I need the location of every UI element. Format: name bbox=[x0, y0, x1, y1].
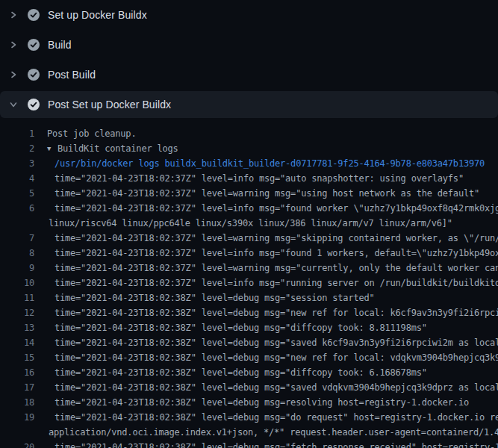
log-text: time="2021-04-23T18:02:37Z" level=info m… bbox=[47, 246, 498, 261]
log-row: 9time="2021-04-23T18:02:37Z" level=warni… bbox=[0, 261, 498, 276]
log-text: Post job cleanup. bbox=[47, 126, 136, 141]
log-text: time="2021-04-23T18:02:37Z" level=info m… bbox=[47, 171, 464, 186]
log-row: 6time="2021-04-23T18:02:37Z" level=info … bbox=[0, 201, 498, 216]
log-command-text: /usr/bin/docker logs buildx_buildkit_bui… bbox=[47, 156, 485, 171]
log-row: 11time="2021-04-23T18:02:38Z" level=debu… bbox=[0, 290, 498, 305]
log-row: application/vnd.oci.image.index.v1+json,… bbox=[0, 425, 498, 440]
log-row: 1Post job cleanup. bbox=[0, 126, 498, 141]
chevron-right-icon bbox=[9, 70, 18, 79]
log-row: 3/usr/bin/docker logs buildx_buildkit_bu… bbox=[0, 156, 498, 171]
log-text: time="2021-04-23T18:02:37Z" level=warnin… bbox=[47, 186, 479, 201]
line-number[interactable]: 7 bbox=[0, 231, 47, 246]
log-row: 5time="2021-04-23T18:02:37Z" level=warni… bbox=[0, 186, 498, 201]
step-label: Build bbox=[48, 39, 72, 51]
line-number[interactable]: 9 bbox=[0, 261, 47, 276]
chevron-right-icon bbox=[9, 40, 18, 49]
line-number[interactable]: 17 bbox=[0, 380, 47, 395]
log-row: 16time="2021-04-23T18:02:38Z" level=debu… bbox=[0, 365, 498, 380]
log-text: time="2021-04-23T18:02:38Z" level=debug … bbox=[47, 305, 498, 320]
line-number[interactable]: 1 bbox=[0, 126, 47, 141]
chevron-down-icon bbox=[9, 100, 18, 109]
line-number bbox=[0, 216, 47, 231]
step-label: Post Set up Docker Buildx bbox=[48, 99, 171, 111]
check-circle-icon bbox=[28, 69, 40, 81]
step-label: Set up Docker Buildx bbox=[48, 9, 147, 21]
step-build[interactable]: Build bbox=[0, 30, 498, 60]
line-number[interactable]: 3 bbox=[0, 156, 47, 171]
line-number[interactable]: 16 bbox=[0, 365, 47, 380]
triangle-down-icon[interactable]: ▼ bbox=[47, 141, 57, 156]
log-row: 12time="2021-04-23T18:02:38Z" level=debu… bbox=[0, 305, 498, 320]
log-text: time="2021-04-23T18:02:38Z" level=debug … bbox=[47, 290, 375, 305]
line-number[interactable]: 15 bbox=[0, 350, 47, 365]
line-number[interactable]: 6 bbox=[0, 201, 47, 216]
line-number[interactable]: 14 bbox=[0, 335, 47, 350]
log-text: time="2021-04-23T18:02:38Z" level=debug … bbox=[47, 410, 498, 425]
step-post-set-up-docker-buildx[interactable]: Post Set up Docker Buildx bbox=[0, 91, 498, 118]
line-number[interactable]: 19 bbox=[0, 410, 47, 425]
step-set-up-docker-buildx[interactable]: Set up Docker Buildx bbox=[0, 0, 498, 30]
log-text: time="2021-04-23T18:02:38Z" level=debug … bbox=[47, 335, 498, 350]
step-post-build[interactable]: Post Build bbox=[0, 60, 498, 90]
line-number[interactable]: 20 bbox=[0, 440, 47, 448]
line-number[interactable]: 13 bbox=[0, 320, 47, 335]
line-number[interactable]: 10 bbox=[0, 276, 47, 290]
log-rows: 1Post job cleanup.2▼BuildKit container l… bbox=[0, 118, 498, 448]
log-row: 18time="2021-04-23T18:02:38Z" level=debu… bbox=[0, 395, 498, 410]
log-row: 8time="2021-04-23T18:02:37Z" level=info … bbox=[0, 246, 498, 261]
log-text: time="2021-04-23T18:02:37Z" level=warnin… bbox=[47, 231, 498, 246]
log-row: 10time="2021-04-23T18:02:37Z" level=info… bbox=[0, 276, 498, 290]
log-row: 4time="2021-04-23T18:02:37Z" level=info … bbox=[0, 171, 498, 186]
log-text: time="2021-04-23T18:02:37Z" level=info m… bbox=[47, 201, 498, 216]
check-circle-icon bbox=[28, 99, 40, 111]
step-label: Post Build bbox=[48, 69, 96, 81]
check-circle-icon bbox=[28, 39, 40, 51]
log-row: linux/riscv64 linux/ppc64le linux/s390x … bbox=[0, 216, 498, 231]
line-number[interactable]: 4 bbox=[0, 171, 47, 186]
log-row: 17time="2021-04-23T18:02:38Z" level=debu… bbox=[0, 380, 498, 395]
steps-list: Set up Docker Buildx Build Post Build Po… bbox=[0, 0, 498, 118]
line-number[interactable]: 11 bbox=[0, 290, 47, 305]
line-number bbox=[0, 425, 47, 440]
log-text: time="2021-04-23T18:02:38Z" level=debug … bbox=[47, 350, 498, 365]
actions-log-viewer: { "steps": [ {"label": "Set up Docker Bu… bbox=[0, 0, 498, 448]
log-text: time="2021-04-23T18:02:37Z" level=warnin… bbox=[47, 261, 498, 276]
log-row: 19time="2021-04-23T18:02:38Z" level=debu… bbox=[0, 410, 498, 425]
log-text: time="2021-04-23T18:02:38Z" level=debug … bbox=[47, 320, 427, 335]
log-row: 15time="2021-04-23T18:02:38Z" level=debu… bbox=[0, 350, 498, 365]
log-text: time="2021-04-23T18:02:38Z" level=debug … bbox=[47, 395, 469, 410]
check-circle-icon bbox=[28, 9, 40, 21]
line-number[interactable]: 12 bbox=[0, 305, 47, 320]
log-text: time="2021-04-23T18:02:38Z" level=debug … bbox=[47, 440, 498, 448]
log-row: 20time="2021-04-23T18:02:38Z" level=debu… bbox=[0, 440, 498, 448]
chevron-right-icon bbox=[9, 10, 18, 19]
log-row: 2▼BuildKit container logs bbox=[0, 141, 498, 156]
line-number[interactable]: 2 bbox=[0, 141, 47, 156]
log-text: time="2021-04-23T18:02:37Z" level=info m… bbox=[47, 276, 498, 290]
line-number[interactable]: 8 bbox=[0, 246, 47, 261]
log-row: 13time="2021-04-23T18:02:38Z" level=debu… bbox=[0, 320, 498, 335]
log-text: time="2021-04-23T18:02:38Z" level=debug … bbox=[47, 380, 498, 395]
log-text: time="2021-04-23T18:02:38Z" level=debug … bbox=[47, 365, 427, 380]
log-text: application/vnd.oci.image.index.v1+json,… bbox=[47, 425, 498, 440]
line-number[interactable]: 5 bbox=[0, 186, 47, 201]
log-row: 14time="2021-04-23T18:02:38Z" level=debu… bbox=[0, 335, 498, 350]
line-number[interactable]: 18 bbox=[0, 395, 47, 410]
log-text: linux/riscv64 linux/ppc64le linux/s390x … bbox=[47, 216, 452, 231]
log-row: 7time="2021-04-23T18:02:37Z" level=warni… bbox=[0, 231, 498, 246]
log-text: BuildKit container logs bbox=[57, 141, 178, 156]
